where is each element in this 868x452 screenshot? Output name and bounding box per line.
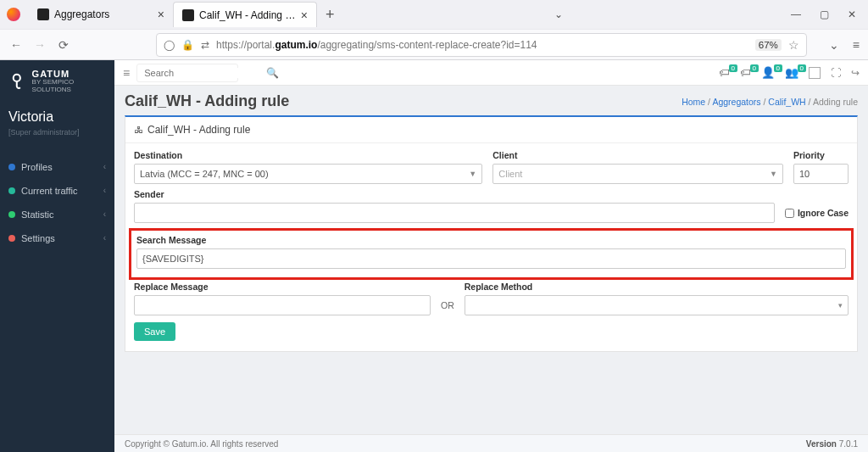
forward-button: → — [32, 38, 47, 52]
favicon-icon — [182, 9, 194, 21]
user-name: Victoria — [8, 109, 106, 125]
minimize-button[interactable]: — — [791, 8, 801, 20]
close-icon[interactable]: × — [301, 8, 308, 22]
gatum-logo — [8, 72, 25, 91]
crumb-current: Adding rule — [813, 97, 858, 107]
address-bar[interactable]: ◯ 🔒 ⇄ https://portal.gatum.io/aggregatin… — [156, 33, 807, 57]
sidebar-item-current-traffic[interactable]: Current traffic ‹ — [0, 179, 114, 203]
sender-input[interactable] — [134, 203, 775, 223]
tab-label: Aggregators — [54, 8, 153, 20]
priority-input[interactable] — [793, 164, 849, 184]
top-icon-1[interactable]: 🏷0 — [719, 66, 730, 79]
or-label: OR — [441, 300, 454, 315]
breadcrumb: Home / Aggregators / Calif_WH / Adding r… — [682, 97, 858, 107]
label-client: Client — [492, 150, 783, 160]
sidebar-item-settings[interactable]: Settings ‹ — [0, 226, 114, 250]
badge: 0 — [774, 64, 782, 72]
sidebar-item-profiles[interactable]: Profiles ‹ — [0, 155, 114, 179]
chevron-down-icon: ▼ — [469, 170, 476, 178]
label-priority: Priority — [793, 150, 849, 160]
chevron-down-icon: ▼ — [770, 170, 777, 178]
reload-button[interactable]: ⟳ — [56, 38, 71, 52]
ignore-case-input[interactable] — [785, 209, 794, 218]
sidebar: GATUM BY SEMPICO SOLUTIONS Victoria [Sup… — [0, 60, 114, 452]
sidebar-item-label: Profiles — [21, 162, 53, 172]
crumb-home[interactable]: Home — [682, 97, 705, 107]
user-role: [Super administrator] — [8, 128, 106, 137]
grid-icon[interactable] — [809, 67, 821, 79]
client-placeholder: Client — [498, 169, 522, 179]
replace-message-input[interactable] — [134, 295, 431, 315]
chevron-left-icon: ‹ — [103, 233, 106, 243]
global-search[interactable]: 🔍 — [136, 64, 238, 82]
hamburger-icon[interactable]: ≡ — [123, 66, 130, 80]
dot-icon — [8, 211, 15, 218]
ignore-case-label: Ignore Case — [798, 208, 849, 218]
footer-copyright: Copyright © Gatum.io. All rights reserve… — [125, 439, 278, 449]
tab-calif-wh[interactable]: Calif_WH - Adding rule × — [173, 2, 317, 27]
label-replace-method: Replace Method — [465, 282, 849, 292]
save-button[interactable]: Save — [134, 322, 175, 341]
search-input[interactable] — [144, 68, 261, 78]
chevron-left-icon: ‹ — [103, 162, 106, 171]
shield-icon: ◯ — [164, 39, 175, 51]
brand-sub: BY SEMPICO SOLUTIONS — [32, 79, 106, 94]
bookmark-icon[interactable]: ☆ — [788, 38, 799, 52]
sidebar-item-label: Current traffic — [21, 186, 77, 196]
lock-icon: 🔒 — [181, 39, 194, 51]
top-icon-2[interactable]: 🏷0 — [740, 66, 751, 79]
badge: 0 — [729, 64, 737, 72]
permissions-icon: ⇄ — [201, 39, 209, 51]
url-text: https://portal.gatum.io/aggregating/sms-… — [216, 39, 748, 51]
sidebar-item-statistic[interactable]: Statistic ‹ — [0, 203, 114, 226]
search-icon[interactable]: 🔍 — [266, 67, 279, 79]
panel-title: Calif_WH - Adding rule — [147, 124, 250, 136]
label-replace-message: Replace Message — [134, 282, 431, 292]
page-title: Calif_WH - Adding rule — [125, 92, 289, 110]
logout-icon[interactable]: ↪ — [851, 67, 860, 79]
top-icon-4[interactable]: 👥0 — [785, 66, 798, 79]
maximize-button[interactable]: ▢ — [820, 8, 829, 20]
destination-select[interactable]: Latvia (MCC = 247, MNC = 00) ▼ — [134, 164, 482, 184]
menu-icon[interactable]: ≡ — [853, 38, 860, 52]
destination-value: Latvia (MCC = 247, MNC = 00) — [140, 169, 269, 179]
ignore-case-checkbox[interactable]: Ignore Case — [785, 208, 849, 218]
label-sender: Sender — [134, 189, 849, 199]
tabs-dropdown-icon[interactable]: ⌄ — [554, 8, 563, 20]
search-message-highlight: Search Message — [129, 228, 854, 280]
tab-aggregators[interactable]: Aggregators × — [29, 2, 173, 27]
client-select[interactable]: Client ▼ — [492, 164, 783, 184]
badge: 0 — [798, 64, 806, 72]
dot-icon — [8, 187, 15, 194]
svg-point-0 — [14, 75, 20, 81]
top-icon-3[interactable]: 👤0 — [761, 66, 775, 79]
dot-icon — [8, 164, 15, 170]
crumb-calif[interactable]: Calif_WH — [768, 97, 805, 107]
tab-label: Calif_WH - Adding rule — [199, 9, 296, 21]
favicon-icon — [37, 8, 49, 20]
sidebar-item-label: Statistic — [21, 209, 54, 220]
dot-icon — [8, 235, 15, 242]
pocket-icon[interactable]: ⌄ — [829, 38, 839, 52]
zoom-indicator[interactable]: 67% — [755, 39, 782, 51]
label-destination: Destination — [134, 150, 482, 160]
replace-method-select[interactable]: ▾ — [465, 295, 849, 315]
search-message-input[interactable] — [136, 248, 846, 269]
panel-icon: 🖧 — [134, 125, 143, 135]
chevron-down-icon: ▾ — [838, 301, 843, 310]
firefox-logo — [7, 8, 20, 21]
close-icon[interactable]: × — [158, 8, 164, 21]
close-window-button[interactable]: ✕ — [848, 8, 856, 20]
back-button[interactable]: ← — [8, 38, 24, 52]
chevron-left-icon: ‹ — [103, 209, 106, 219]
crumb-aggregators[interactable]: Aggregators — [712, 97, 760, 107]
footer-version: Version 7.0.1 — [806, 439, 858, 449]
expand-icon[interactable]: ⛶ — [831, 67, 841, 79]
chevron-left-icon: ‹ — [103, 186, 106, 195]
new-tab-button[interactable]: + — [317, 6, 343, 24]
label-search-message: Search Message — [136, 235, 846, 245]
sidebar-item-label: Settings — [21, 233, 55, 243]
badge: 0 — [750, 64, 759, 72]
